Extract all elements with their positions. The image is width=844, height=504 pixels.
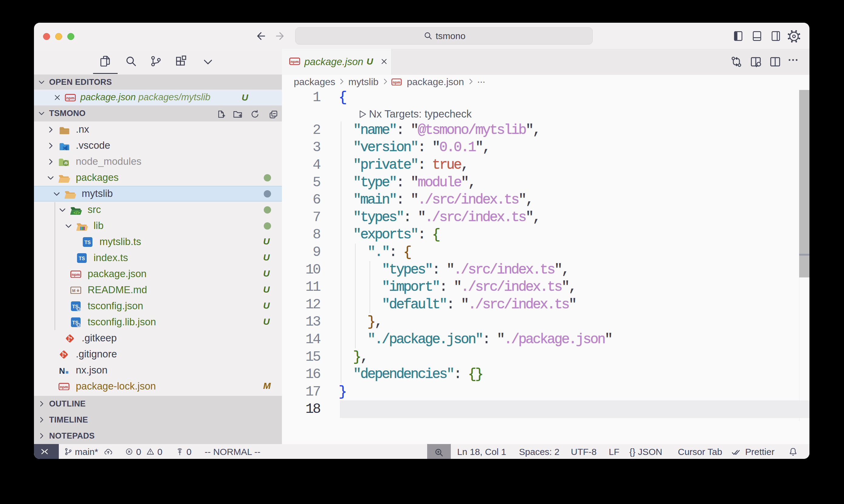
svg-text:npm: npm (60, 385, 68, 389)
svg-text:npm: npm (393, 80, 400, 85)
svg-text:M: M (72, 288, 75, 293)
svg-text:N: N (59, 367, 65, 374)
svg-text:</>: </> (73, 210, 80, 214)
svg-text:JS: JS (64, 161, 68, 165)
svg-text:npm: npm (66, 96, 74, 100)
svg-text:TS: TS (85, 239, 91, 245)
svg-text:npm: npm (290, 59, 299, 64)
svg-text:npm: npm (71, 272, 80, 277)
svg-text:TS: TS (79, 256, 85, 261)
